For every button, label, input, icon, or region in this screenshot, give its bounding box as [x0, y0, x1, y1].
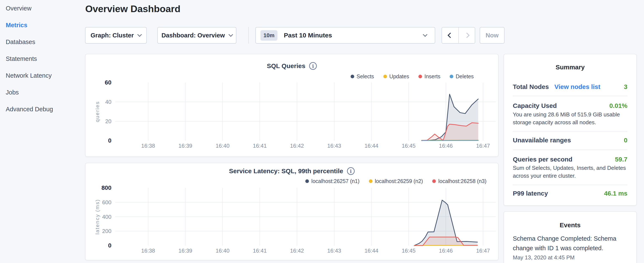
divider [513, 131, 628, 132]
x-tick-label: 16:43 [327, 143, 341, 149]
x-tick-label: 16:46 [439, 143, 453, 149]
sql-queries-plot[interactable]: 020406016:3816:3916:4016:4116:4216:4316:… [86, 54, 499, 157]
sidebar-item-statements[interactable]: Statements [0, 51, 85, 67]
events-panel: Events Schema Change Completed: Schema c… [504, 211, 637, 263]
service-latency-plot[interactable]: 020040060080016:3816:3916:4016:4116:4216… [86, 163, 499, 261]
y-tick-label: 400 [102, 214, 112, 220]
summary-value: 59.7 [615, 156, 628, 163]
graph-dropdown[interactable]: Graph: Cluster [85, 27, 147, 44]
summary-row-total-nodes: Total Nodes View nodes list 3 [513, 82, 628, 92]
chevron-left-icon [448, 33, 453, 38]
x-tick-label: 16:44 [364, 143, 378, 149]
dashboard-dropdown[interactable]: Dashboard: Overview [157, 27, 236, 44]
x-tick-label: 16:44 [364, 247, 378, 254]
summary-label: Total Nodes [513, 83, 549, 90]
divider [513, 96, 628, 96]
x-tick-label: 16:42 [290, 247, 304, 254]
summary-row-p99-latency: P99 latency 46.1 ms [513, 188, 628, 198]
sidebar-item-overview[interactable]: Overview [0, 0, 85, 17]
sidebar-item-jobs[interactable]: Jobs [0, 84, 85, 101]
graph-dropdown-label: Graph: Cluster [90, 32, 134, 39]
summary-row-capacity-used: Capacity Used 0.01% [513, 101, 628, 111]
summary-description: You are using 28.6 MiB of 515.9 GiB usab… [513, 111, 629, 126]
divider [513, 185, 628, 185]
toolbar-divider [248, 27, 249, 44]
sidebar-item-databases[interactable]: Databases [0, 34, 85, 51]
summary-value: 0.01% [609, 102, 628, 109]
y-tick-label: 800 [102, 184, 112, 191]
events-heading: Events [504, 221, 636, 229]
y-tick-label: 60 [105, 79, 112, 86]
summary-label: P99 latency [513, 190, 548, 197]
y-tick-label: 40 [105, 99, 112, 105]
toolbar: Graph: Cluster Dashboard: Overview 10m P… [85, 27, 504, 44]
y-tick-label: 0 [108, 137, 112, 144]
x-tick-label: 16:38 [141, 143, 155, 149]
y-tick-label: 20 [105, 118, 112, 124]
x-tick-label: 16:46 [439, 247, 453, 254]
service-latency-chart-card: Service Latency: SQL, 99th percentile i … [85, 163, 498, 260]
x-tick-label: 16:47 [476, 143, 490, 149]
time-range-picker[interactable]: 10m Past 10 Minutes [255, 27, 435, 44]
prev-range-button[interactable] [442, 28, 458, 43]
time-range-label: Past 10 Minutes [284, 32, 332, 39]
chevron-down-icon [423, 32, 427, 37]
summary-heading: Summary [504, 64, 636, 71]
summary-value: 0 [624, 137, 628, 144]
summary-label: Queries per second [513, 156, 572, 163]
summary-description: Sum of Selects, Updates, Inserts, and De… [513, 164, 629, 180]
x-tick-label: 16:45 [402, 247, 416, 254]
summary-label: Unavailable ranges [513, 137, 571, 144]
chevron-down-icon [228, 32, 233, 37]
summary-panel: Summary Total Nodes View nodes list 3 Ca… [504, 54, 637, 206]
summary-row-queries-per-second: Queries per second 59.7 [513, 154, 628, 164]
dashboard-dropdown-label: Dashboard: Overview [161, 32, 225, 39]
y-axis-title: latency (ms) [94, 199, 100, 234]
time-range-badge: 10m [260, 30, 278, 41]
time-pager [442, 27, 475, 44]
x-tick-label: 16:41 [253, 143, 266, 149]
x-tick-label: 16:41 [253, 247, 266, 254]
sidebar: Overview Metrics Databases Statements Ne… [0, 0, 85, 118]
x-tick-label: 16:40 [216, 247, 230, 254]
page-title: Overview Dashboard [85, 4, 180, 15]
event-message[interactable]: Schema Change Completed: Schema change w… [513, 234, 629, 253]
sidebar-item-metrics[interactable]: Metrics [0, 17, 85, 34]
now-button[interactable]: Now [480, 27, 504, 44]
x-tick-label: 16:40 [216, 143, 230, 149]
x-tick-label: 16:39 [178, 247, 192, 254]
summary-row-unavailable-ranges: Unavailable ranges 0 [513, 135, 628, 145]
x-tick-label: 16:43 [327, 247, 341, 254]
summary-value: 46.1 ms [604, 190, 628, 197]
x-tick-label: 16:42 [290, 143, 304, 149]
x-tick-label: 16:39 [178, 143, 192, 149]
sidebar-item-advanced-debug[interactable]: Advanced Debug [0, 101, 85, 118]
sidebar-item-network-latency[interactable]: Network Latency [0, 67, 85, 84]
y-tick-label: 600 [102, 199, 112, 205]
view-nodes-list-link[interactable]: View nodes list [554, 83, 600, 90]
y-axis-title: queries [94, 101, 100, 122]
x-tick-label: 16:38 [141, 247, 155, 254]
event-timestamp: May 13, 2020 at 4:45 PM [513, 254, 575, 261]
chevron-down-icon [137, 32, 142, 37]
summary-label: Capacity Used [513, 102, 557, 109]
chevron-right-icon [464, 33, 470, 38]
y-tick-label: 200 [102, 228, 112, 234]
x-tick-label: 16:45 [402, 143, 416, 149]
divider [513, 150, 628, 150]
sql-queries-chart-card: SQL Queries i Selects Updates Inserts De… [85, 54, 498, 157]
y-tick-label: 0 [108, 242, 112, 249]
next-range-button[interactable] [458, 28, 475, 43]
summary-value: 3 [624, 83, 628, 90]
x-tick-label: 16:47 [476, 247, 490, 254]
